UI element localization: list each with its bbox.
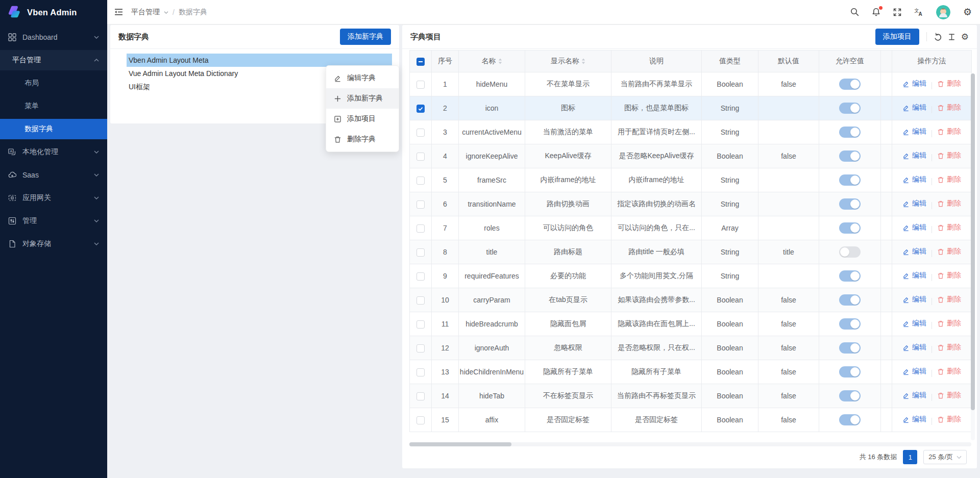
table-row[interactable]: 1hideMenu不在菜单显示当前路由不再菜单显示Booleanfalse编辑删… — [410, 72, 972, 96]
row-checkbox[interactable] — [416, 200, 425, 209]
sidebar-item-management[interactable]: 管理 — [0, 211, 107, 231]
sidebar-item-dashboard[interactable]: Dashboard — [0, 27, 107, 47]
row-checkbox[interactable] — [416, 416, 425, 424]
table-row[interactable]: 11hideBreadcrumb隐藏面包屑隐藏该路由在面包屑上...Boolea… — [410, 312, 972, 336]
add-item-button[interactable]: 添加项目 — [875, 29, 919, 45]
delete-link[interactable]: 删除 — [937, 127, 961, 136]
allow-empty-toggle[interactable] — [839, 270, 861, 282]
vertical-scrollbar-thumb[interactable] — [971, 73, 975, 410]
sidebar-item-app-gateway[interactable]: 应用网关 — [0, 188, 107, 208]
notifications-bell-icon[interactable] — [872, 8, 880, 16]
sidebar-item-layout[interactable]: 布局 — [0, 73, 107, 93]
allow-empty-toggle[interactable] — [839, 366, 861, 378]
allow-empty-toggle[interactable] — [839, 79, 861, 90]
table-row[interactable]: 4ignoreKeepAliveKeepAlive缓存是否忽略KeepAlive… — [410, 144, 972, 168]
delete-link[interactable]: 删除 — [937, 391, 961, 400]
row-checkbox[interactable] — [416, 272, 425, 281]
add-dictionary-button[interactable]: 添加新字典 — [340, 29, 391, 45]
edit-link[interactable]: 编辑 — [902, 271, 926, 280]
user-avatar[interactable] — [936, 5, 950, 19]
col-header-display-name[interactable]: 显示名称 — [525, 51, 611, 72]
delete-link[interactable]: 删除 — [937, 223, 961, 232]
table-row[interactable]: 10carryParam在tab页显示如果该路由会携带参数...Booleanf… — [410, 288, 972, 312]
edit-link[interactable]: 编辑 — [902, 391, 926, 400]
row-checkbox[interactable] — [416, 296, 425, 305]
row-checkbox[interactable] — [416, 224, 425, 233]
delete-link[interactable]: 删除 — [937, 367, 961, 376]
row-checkbox[interactable] — [416, 81, 425, 89]
allow-empty-toggle[interactable] — [839, 414, 861, 425]
translate-icon[interactable]: 文A — [914, 8, 923, 16]
edit-link[interactable]: 编辑 — [902, 175, 926, 184]
delete-link[interactable]: 删除 — [937, 199, 961, 208]
sidebar-item-object-storage[interactable]: 对象存储 — [0, 234, 107, 254]
edit-link[interactable]: 编辑 — [902, 199, 926, 208]
edit-link[interactable]: 编辑 — [902, 79, 926, 88]
row-height-icon[interactable] — [948, 33, 955, 41]
row-checkbox[interactable] — [416, 129, 425, 137]
edit-link[interactable]: 编辑 — [902, 127, 926, 136]
table-row[interactable]: 14hideTab不在标签页显示当前路由不再标签页显示Booleanfalse编… — [410, 384, 972, 408]
delete-link[interactable]: 删除 — [937, 247, 961, 256]
allow-empty-toggle[interactable] — [839, 342, 861, 354]
table-row[interactable]: 2icon图标图标，也是菜单图标String编辑删除 — [410, 96, 972, 120]
app-logo[interactable]: Vben Admin — [0, 0, 107, 24]
refresh-icon[interactable] — [934, 33, 942, 41]
allow-empty-toggle[interactable] — [839, 127, 861, 138]
edit-link[interactable]: 编辑 — [902, 319, 926, 328]
delete-link[interactable]: 删除 — [937, 79, 961, 88]
context-menu-add-dictionary[interactable]: 添加新字典 — [326, 88, 399, 109]
page-size-select[interactable]: 25 条/页 — [923, 450, 967, 464]
edit-link[interactable]: 编辑 — [902, 247, 926, 256]
vertical-scrollbar[interactable] — [971, 73, 975, 440]
edit-link[interactable]: 编辑 — [902, 343, 926, 352]
row-checkbox[interactable] — [416, 153, 425, 161]
allow-empty-toggle[interactable] — [839, 222, 861, 234]
col-header-name[interactable]: 名称 — [459, 51, 525, 72]
delete-link[interactable]: 删除 — [937, 175, 961, 184]
sidebar-item-localization[interactable]: A 本地化管理 — [0, 142, 107, 162]
allow-empty-toggle[interactable] — [839, 150, 861, 162]
edit-link[interactable]: 编辑 — [902, 223, 926, 232]
sidebar-item-platform-management[interactable]: 平台管理 — [0, 50, 107, 70]
delete-link[interactable]: 删除 — [937, 103, 961, 112]
row-checkbox[interactable] — [416, 320, 425, 329]
row-checkbox[interactable] — [416, 248, 425, 257]
allow-empty-toggle[interactable] — [839, 174, 861, 186]
delete-link[interactable]: 删除 — [937, 343, 961, 352]
horizontal-scrollbar[interactable] — [409, 442, 971, 446]
allow-empty-toggle[interactable] — [839, 390, 861, 401]
delete-link[interactable]: 删除 — [937, 295, 961, 304]
row-checkbox[interactable] — [416, 368, 425, 376]
delete-link[interactable]: 删除 — [937, 415, 961, 424]
edit-link[interactable]: 编辑 — [902, 367, 926, 376]
table-row[interactable]: 3currentActiveMenu当前激活的菜单用于配置详情页时左侧...St… — [410, 120, 972, 144]
table-row[interactable]: 8title路由标题路由title 一般必填Stringtitle编辑删除 — [410, 240, 972, 264]
table-row[interactable]: 15affix是否固定标签是否固定标签Booleanfalse编辑删除 — [410, 408, 972, 432]
select-all-checkbox[interactable] — [416, 58, 425, 66]
row-checkbox[interactable] — [416, 177, 425, 185]
table-row[interactable]: 9requiredFeatures必要的功能多个功能间用英文,分隔String编… — [410, 264, 972, 288]
allow-empty-toggle[interactable] — [839, 294, 861, 306]
context-menu-delete-dictionary[interactable]: 删除字典 — [326, 129, 399, 149]
table-row[interactable]: 5frameSrc内嵌iframe的地址内嵌iframe的地址String编辑删… — [410, 168, 972, 192]
search-icon[interactable] — [850, 8, 859, 16]
edit-link[interactable]: 编辑 — [902, 415, 926, 424]
table-row[interactable]: 7roles可以访问的角色可以访问的角色，只在...Array编辑删除 — [410, 216, 972, 240]
allow-empty-toggle[interactable] — [839, 246, 861, 258]
delete-link[interactable]: 删除 — [937, 271, 961, 280]
edit-link[interactable]: 编辑 — [902, 151, 926, 160]
edit-link[interactable]: 编辑 — [902, 295, 926, 304]
table-row[interactable]: 13hideChildrenInMenu隐藏所有子菜单隐藏所有子菜单Boolea… — [410, 360, 972, 384]
breadcrumb-parent[interactable]: 平台管理 — [131, 8, 160, 17]
table-settings-gear-icon[interactable]: ⚙ — [961, 33, 969, 41]
allow-empty-toggle[interactable] — [839, 103, 861, 114]
delete-link[interactable]: 删除 — [937, 151, 961, 160]
settings-gear-icon[interactable]: ⚙ — [963, 7, 972, 17]
sidebar-item-saas[interactable]: Saas — [0, 165, 107, 185]
row-checkbox[interactable] — [416, 105, 425, 113]
sidebar-collapse-icon[interactable] — [114, 8, 123, 16]
horizontal-scrollbar-thumb[interactable] — [409, 442, 511, 446]
edit-link[interactable]: 编辑 — [902, 103, 926, 112]
context-menu-edit-dictionary[interactable]: 编辑字典 — [326, 68, 399, 88]
